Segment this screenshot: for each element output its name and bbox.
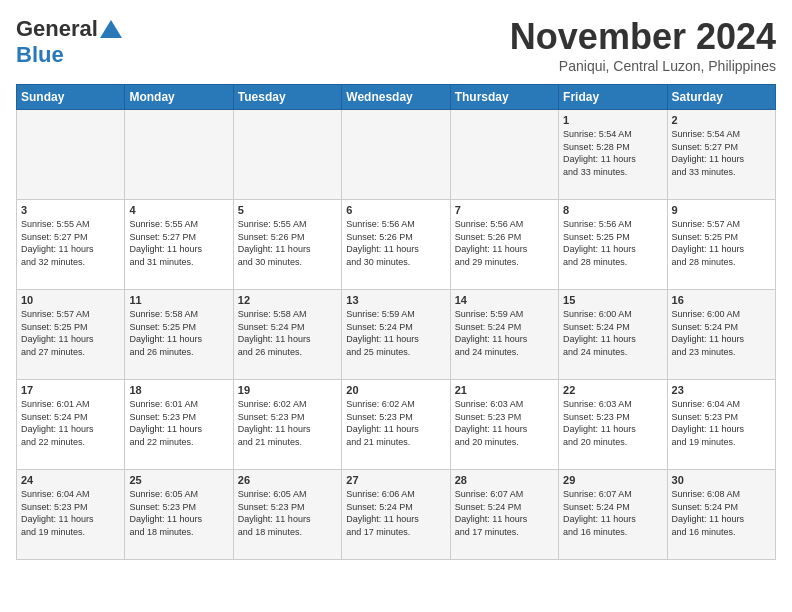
day-number: 27: [346, 474, 445, 486]
column-header-thursday: Thursday: [450, 85, 558, 110]
day-info: Sunrise: 6:04 AM Sunset: 5:23 PM Dayligh…: [672, 398, 771, 448]
logo-blue: Blue: [16, 42, 64, 67]
calendar-cell: 17Sunrise: 6:01 AM Sunset: 5:24 PM Dayli…: [17, 380, 125, 470]
day-info: Sunrise: 5:56 AM Sunset: 5:25 PM Dayligh…: [563, 218, 662, 268]
column-header-saturday: Saturday: [667, 85, 775, 110]
column-header-tuesday: Tuesday: [233, 85, 341, 110]
calendar-cell: 9Sunrise: 5:57 AM Sunset: 5:25 PM Daylig…: [667, 200, 775, 290]
calendar-cell: 21Sunrise: 6:03 AM Sunset: 5:23 PM Dayli…: [450, 380, 558, 470]
calendar-week-3: 10Sunrise: 5:57 AM Sunset: 5:25 PM Dayli…: [17, 290, 776, 380]
day-number: 4: [129, 204, 228, 216]
calendar-cell: 4Sunrise: 5:55 AM Sunset: 5:27 PM Daylig…: [125, 200, 233, 290]
day-info: Sunrise: 5:57 AM Sunset: 5:25 PM Dayligh…: [21, 308, 120, 358]
day-number: 16: [672, 294, 771, 306]
logo-general: General: [16, 16, 98, 42]
day-number: 26: [238, 474, 337, 486]
calendar-cell: [233, 110, 341, 200]
day-number: 23: [672, 384, 771, 396]
day-info: Sunrise: 6:07 AM Sunset: 5:24 PM Dayligh…: [563, 488, 662, 538]
calendar-table: SundayMondayTuesdayWednesdayThursdayFrid…: [16, 84, 776, 560]
calendar-week-2: 3Sunrise: 5:55 AM Sunset: 5:27 PM Daylig…: [17, 200, 776, 290]
svg-marker-0: [100, 20, 122, 38]
calendar-cell: [125, 110, 233, 200]
calendar-cell: [450, 110, 558, 200]
calendar-cell: 11Sunrise: 5:58 AM Sunset: 5:25 PM Dayli…: [125, 290, 233, 380]
day-info: Sunrise: 5:59 AM Sunset: 5:24 PM Dayligh…: [455, 308, 554, 358]
column-header-sunday: Sunday: [17, 85, 125, 110]
day-number: 22: [563, 384, 662, 396]
calendar-cell: 14Sunrise: 5:59 AM Sunset: 5:24 PM Dayli…: [450, 290, 558, 380]
day-number: 21: [455, 384, 554, 396]
calendar-cell: 1Sunrise: 5:54 AM Sunset: 5:28 PM Daylig…: [559, 110, 667, 200]
day-number: 25: [129, 474, 228, 486]
day-number: 20: [346, 384, 445, 396]
column-header-friday: Friday: [559, 85, 667, 110]
calendar-cell: 18Sunrise: 6:01 AM Sunset: 5:23 PM Dayli…: [125, 380, 233, 470]
day-number: 18: [129, 384, 228, 396]
day-number: 14: [455, 294, 554, 306]
day-info: Sunrise: 5:56 AM Sunset: 5:26 PM Dayligh…: [346, 218, 445, 268]
day-number: 30: [672, 474, 771, 486]
day-number: 13: [346, 294, 445, 306]
calendar-cell: 5Sunrise: 5:55 AM Sunset: 5:26 PM Daylig…: [233, 200, 341, 290]
day-number: 1: [563, 114, 662, 126]
day-info: Sunrise: 5:57 AM Sunset: 5:25 PM Dayligh…: [672, 218, 771, 268]
day-number: 15: [563, 294, 662, 306]
calendar-cell: 19Sunrise: 6:02 AM Sunset: 5:23 PM Dayli…: [233, 380, 341, 470]
calendar-cell: [342, 110, 450, 200]
day-number: 8: [563, 204, 662, 216]
calendar-cell: [17, 110, 125, 200]
day-number: 5: [238, 204, 337, 216]
calendar-cell: 27Sunrise: 6:06 AM Sunset: 5:24 PM Dayli…: [342, 470, 450, 560]
page-header: General Blue November 2024 Paniqui, Cent…: [16, 16, 776, 74]
calendar-cell: 13Sunrise: 5:59 AM Sunset: 5:24 PM Dayli…: [342, 290, 450, 380]
logo: General Blue: [16, 16, 122, 68]
calendar-cell: 10Sunrise: 5:57 AM Sunset: 5:25 PM Dayli…: [17, 290, 125, 380]
calendar-header-row: SundayMondayTuesdayWednesdayThursdayFrid…: [17, 85, 776, 110]
day-number: 3: [21, 204, 120, 216]
day-info: Sunrise: 5:55 AM Sunset: 5:27 PM Dayligh…: [129, 218, 228, 268]
day-info: Sunrise: 6:02 AM Sunset: 5:23 PM Dayligh…: [238, 398, 337, 448]
calendar-week-4: 17Sunrise: 6:01 AM Sunset: 5:24 PM Dayli…: [17, 380, 776, 470]
day-info: Sunrise: 6:03 AM Sunset: 5:23 PM Dayligh…: [563, 398, 662, 448]
day-info: Sunrise: 5:54 AM Sunset: 5:28 PM Dayligh…: [563, 128, 662, 178]
day-number: 7: [455, 204, 554, 216]
column-header-monday: Monday: [125, 85, 233, 110]
logo-icon: [100, 18, 122, 40]
day-number: 9: [672, 204, 771, 216]
day-number: 6: [346, 204, 445, 216]
day-info: Sunrise: 5:58 AM Sunset: 5:24 PM Dayligh…: [238, 308, 337, 358]
calendar-cell: 7Sunrise: 5:56 AM Sunset: 5:26 PM Daylig…: [450, 200, 558, 290]
day-info: Sunrise: 6:07 AM Sunset: 5:24 PM Dayligh…: [455, 488, 554, 538]
day-info: Sunrise: 6:03 AM Sunset: 5:23 PM Dayligh…: [455, 398, 554, 448]
day-info: Sunrise: 6:05 AM Sunset: 5:23 PM Dayligh…: [238, 488, 337, 538]
column-header-wednesday: Wednesday: [342, 85, 450, 110]
day-info: Sunrise: 6:05 AM Sunset: 5:23 PM Dayligh…: [129, 488, 228, 538]
day-number: 12: [238, 294, 337, 306]
day-number: 17: [21, 384, 120, 396]
calendar-cell: 26Sunrise: 6:05 AM Sunset: 5:23 PM Dayli…: [233, 470, 341, 560]
calendar-cell: 25Sunrise: 6:05 AM Sunset: 5:23 PM Dayli…: [125, 470, 233, 560]
day-number: 24: [21, 474, 120, 486]
day-number: 2: [672, 114, 771, 126]
calendar-cell: 2Sunrise: 5:54 AM Sunset: 5:27 PM Daylig…: [667, 110, 775, 200]
day-info: Sunrise: 5:56 AM Sunset: 5:26 PM Dayligh…: [455, 218, 554, 268]
day-info: Sunrise: 6:04 AM Sunset: 5:23 PM Dayligh…: [21, 488, 120, 538]
day-number: 28: [455, 474, 554, 486]
day-info: Sunrise: 5:55 AM Sunset: 5:27 PM Dayligh…: [21, 218, 120, 268]
day-number: 29: [563, 474, 662, 486]
calendar-cell: 6Sunrise: 5:56 AM Sunset: 5:26 PM Daylig…: [342, 200, 450, 290]
month-title: November 2024: [510, 16, 776, 58]
calendar-cell: 8Sunrise: 5:56 AM Sunset: 5:25 PM Daylig…: [559, 200, 667, 290]
calendar-week-5: 24Sunrise: 6:04 AM Sunset: 5:23 PM Dayli…: [17, 470, 776, 560]
day-info: Sunrise: 5:55 AM Sunset: 5:26 PM Dayligh…: [238, 218, 337, 268]
day-info: Sunrise: 5:54 AM Sunset: 5:27 PM Dayligh…: [672, 128, 771, 178]
calendar-cell: 23Sunrise: 6:04 AM Sunset: 5:23 PM Dayli…: [667, 380, 775, 470]
day-number: 19: [238, 384, 337, 396]
day-info: Sunrise: 5:59 AM Sunset: 5:24 PM Dayligh…: [346, 308, 445, 358]
calendar-cell: 22Sunrise: 6:03 AM Sunset: 5:23 PM Dayli…: [559, 380, 667, 470]
day-info: Sunrise: 6:01 AM Sunset: 5:24 PM Dayligh…: [21, 398, 120, 448]
calendar-cell: 12Sunrise: 5:58 AM Sunset: 5:24 PM Dayli…: [233, 290, 341, 380]
location: Paniqui, Central Luzon, Philippines: [510, 58, 776, 74]
calendar-week-1: 1Sunrise: 5:54 AM Sunset: 5:28 PM Daylig…: [17, 110, 776, 200]
